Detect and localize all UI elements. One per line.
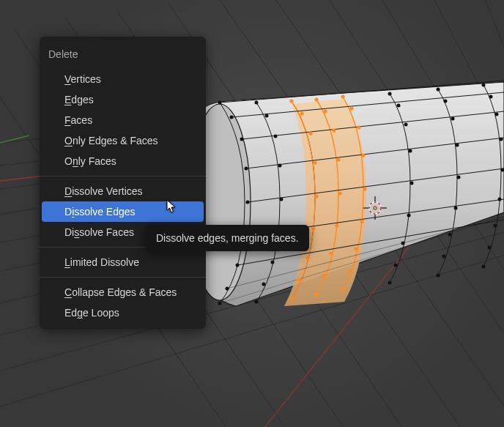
- svg-point-103: [354, 247, 357, 250]
- svg-point-40: [236, 264, 240, 267]
- svg-point-95: [322, 273, 325, 277]
- svg-point-44: [265, 114, 269, 118]
- svg-point-54: [404, 123, 408, 127]
- menu-item-dissolve-vertices[interactable]: Dissolve Vertices: [40, 181, 206, 201]
- svg-point-86: [297, 278, 300, 281]
- svg-point-83: [314, 194, 318, 198]
- svg-point-47: [280, 198, 284, 201]
- svg-point-42: [218, 302, 222, 305]
- svg-point-61: [437, 88, 440, 92]
- menu-item-faces[interactable]: Faces: [40, 110, 206, 130]
- svg-point-93: [335, 223, 338, 227]
- svg-point-73: [500, 138, 503, 141]
- svg-point-102: [360, 219, 363, 223]
- svg-point-49: [271, 261, 275, 264]
- svg-point-67: [448, 233, 452, 237]
- tooltip-text: Dissolve edges, merging faces.: [156, 232, 299, 244]
- svg-point-101: [363, 187, 366, 190]
- svg-point-77: [488, 246, 492, 250]
- menu-separator: [40, 277, 206, 278]
- svg-point-105: [341, 288, 344, 292]
- menu-item-only-edges-faces[interactable]: Only Edges & Faces: [40, 130, 206, 151]
- svg-point-60: [388, 281, 392, 285]
- svg-point-55: [409, 149, 412, 153]
- svg-point-90: [332, 128, 336, 132]
- menu-item-dissolve-edges[interactable]: Dissolve Edges: [42, 201, 204, 222]
- svg-point-58: [401, 242, 405, 245]
- menu-separator: [40, 176, 206, 177]
- svg-point-79: [289, 99, 293, 103]
- svg-point-51: [255, 300, 259, 304]
- svg-point-34: [218, 101, 222, 105]
- svg-point-38: [246, 201, 250, 204]
- svg-point-57: [407, 214, 411, 218]
- svg-point-52: [388, 92, 392, 96]
- svg-point-76: [494, 224, 497, 228]
- svg-point-71: [489, 95, 493, 99]
- menu-item-vertices[interactable]: Vertices: [40, 69, 206, 89]
- svg-point-59: [394, 264, 398, 267]
- svg-point-80: [300, 111, 303, 115]
- delete-context-menu: Delete Vertices Edges Faces Only Edges &…: [40, 37, 206, 329]
- tooltip: Dissolve edges, merging faces.: [146, 225, 309, 251]
- svg-point-100: [361, 153, 365, 157]
- svg-point-66: [454, 207, 458, 210]
- svg-point-45: [274, 135, 278, 138]
- svg-point-84: [311, 226, 315, 230]
- svg-point-94: [329, 251, 333, 255]
- svg-point-75: [498, 198, 502, 201]
- svg-point-37: [245, 167, 248, 171]
- svg-point-96: [314, 292, 318, 296]
- svg-point-104: [348, 269, 352, 272]
- menu-item-edges[interactable]: Edges: [40, 89, 206, 110]
- menu-title: Delete: [40, 41, 206, 69]
- svg-point-65: [457, 176, 461, 179]
- svg-point-85: [305, 256, 309, 259]
- svg-point-64: [456, 144, 459, 147]
- svg-point-43: [255, 101, 259, 105]
- svg-point-87: [289, 297, 293, 300]
- svg-point-81: [308, 131, 312, 135]
- svg-point-50: [262, 283, 266, 286]
- svg-point-56: [410, 182, 414, 185]
- svg-point-53: [397, 104, 401, 108]
- menu-item-collapse-edges-faces[interactable]: Collapse Edges & Faces: [40, 282, 206, 302]
- menu-item-edge-loops[interactable]: Edge Loops: [40, 302, 206, 323]
- svg-point-62: [444, 100, 448, 103]
- svg-point-35: [230, 116, 234, 119]
- svg-point-72: [495, 113, 499, 116]
- svg-point-88: [314, 97, 318, 101]
- menu-item-only-faces[interactable]: Only Faces: [40, 151, 206, 171]
- svg-point-89: [323, 109, 327, 113]
- svg-point-46: [278, 164, 282, 168]
- svg-point-68: [442, 255, 446, 259]
- svg-point-98: [349, 106, 353, 110]
- svg-point-92: [338, 191, 341, 195]
- svg-point-36: [240, 138, 244, 141]
- svg-point-108: [374, 207, 377, 209]
- svg-point-78: [482, 265, 486, 269]
- svg-point-63: [451, 117, 455, 121]
- svg-point-82: [313, 160, 316, 164]
- svg-point-41: [226, 287, 229, 291]
- svg-point-97: [341, 94, 344, 98]
- menu-item-limited-dissolve[interactable]: Limited Dissolve: [40, 252, 206, 272]
- svg-point-91: [336, 157, 340, 161]
- svg-point-70: [482, 83, 486, 87]
- svg-point-99: [357, 125, 360, 129]
- svg-point-69: [437, 274, 440, 278]
